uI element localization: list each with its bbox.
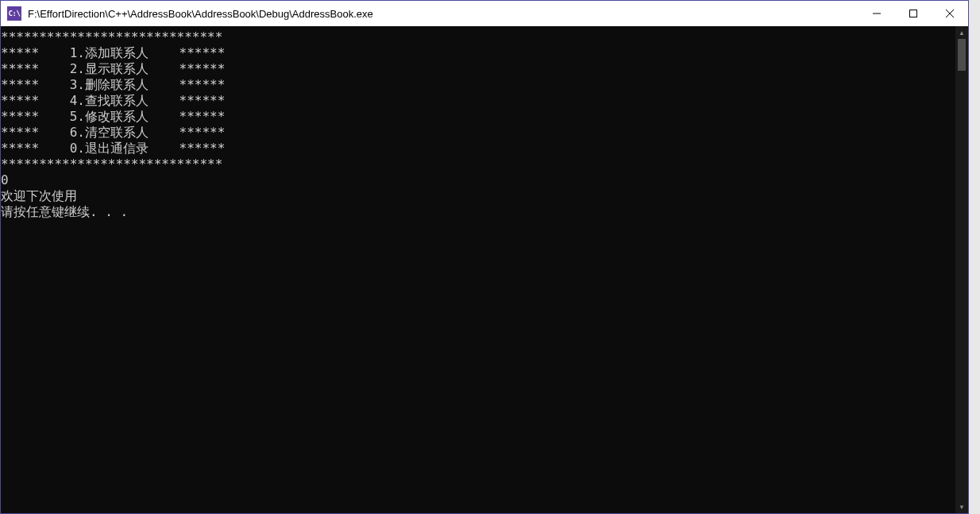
console-area[interactable]: ***************************** ***** 1.添加… [1,26,968,513]
scroll-down-button[interactable]: ▼ [955,500,968,513]
svg-rect-1 [910,10,917,17]
close-button[interactable] [932,1,968,26]
titlebar[interactable]: C:\ F:\EffortDirection\C++\AddressBook\A… [1,1,968,26]
window-controls [858,1,968,26]
vertical-scrollbar[interactable]: ▲ ▼ [955,26,968,513]
scroll-up-button[interactable]: ▲ [955,26,968,39]
console-window: C:\ F:\EffortDirection\C++\AddressBook\A… [0,0,969,514]
scroll-thumb[interactable] [958,39,966,71]
minimize-button[interactable] [858,1,895,26]
desktop-background-strip [969,0,980,514]
maximize-icon [909,10,917,17]
console-output: ***************************** ***** 1.添加… [1,26,955,513]
window-title: F:\EffortDirection\C++\AddressBook\Addre… [28,8,858,20]
close-icon [946,10,954,17]
minimize-icon [873,10,881,17]
app-icon: C:\ [7,6,21,21]
maximize-button[interactable] [895,1,932,26]
